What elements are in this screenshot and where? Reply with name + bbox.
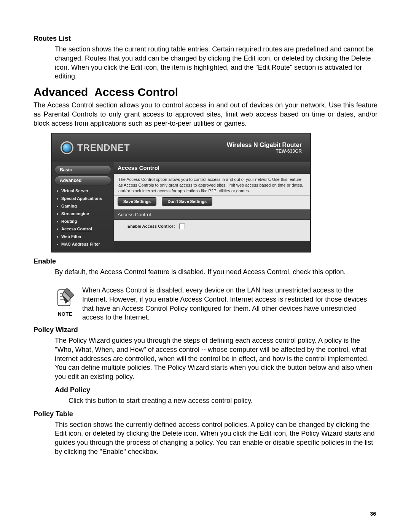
sidebar-item-label: Special Applications bbox=[61, 196, 102, 201]
product-model: TEW-633GR bbox=[227, 149, 302, 154]
enable-access-control-checkbox[interactable] bbox=[179, 224, 185, 229]
sidebar-item-streamengine[interactable]: Streamengine bbox=[56, 210, 112, 217]
enable-access-control-label: Enable Access Control : bbox=[118, 224, 175, 228]
sidebar-item-label: Web Filter bbox=[61, 234, 81, 239]
page-title: Advanced_Access Control bbox=[33, 86, 378, 99]
save-settings-button[interactable]: Save Settings bbox=[118, 197, 156, 206]
button-row: Save Settings Don't Save Settings bbox=[114, 196, 310, 209]
policy-table-body: This section shows the currently defined… bbox=[55, 420, 378, 457]
content-description: The Access Control option allows you to … bbox=[114, 174, 310, 196]
routes-list-heading: Routes List bbox=[33, 35, 378, 43]
enable-heading: Enable bbox=[33, 257, 378, 265]
policy-table-heading: Policy Table bbox=[33, 410, 378, 418]
brand-logo-icon bbox=[61, 141, 73, 154]
sidebar-item-web-filter[interactable]: Web Filter bbox=[56, 233, 112, 240]
sidebar-item-label: Access Control bbox=[61, 227, 92, 231]
router-screenshot: TRENDNET Wireless N Gigabit Router TEW-6… bbox=[52, 133, 311, 252]
panel-body: Enable Access Control : bbox=[114, 220, 310, 241]
sidebar-item-label: Streamengine bbox=[61, 211, 89, 216]
note-body: When Access Control is disabled, every d… bbox=[82, 286, 378, 322]
page-number: 36 bbox=[370, 511, 376, 517]
content-title: Access Control bbox=[114, 162, 310, 174]
routes-list-body: The section shows the current routing ta… bbox=[55, 45, 378, 81]
add-policy-body: Click this button to start creating a ne… bbox=[68, 396, 378, 406]
product-block: Wireless N Gigabit Router TEW-633GR bbox=[227, 142, 302, 154]
note-icon-column: NOTE bbox=[55, 286, 75, 322]
brand-text: TRENDNET bbox=[77, 142, 130, 153]
pencil-note-icon bbox=[56, 286, 75, 310]
nav-basic-tab[interactable]: Basic bbox=[55, 166, 111, 174]
sidebar-item-label: MAC Address Filter bbox=[61, 242, 100, 246]
router-content: Access Control The Access Control option… bbox=[114, 162, 310, 241]
nav-advanced-tab[interactable]: Advanced bbox=[55, 176, 111, 185]
add-policy-heading: Add Policy bbox=[55, 386, 378, 394]
sidebar-item-mac-address-filter[interactable]: MAC Address Filter bbox=[56, 240, 112, 248]
brand-block: TRENDNET bbox=[61, 141, 130, 154]
router-sidebar: Basic Advanced Virtual Server Special Ap… bbox=[52, 162, 114, 252]
dont-save-settings-button[interactable]: Don't Save Settings bbox=[162, 197, 212, 206]
sidebar-item-virtual-server[interactable]: Virtual Server bbox=[56, 187, 112, 195]
sidebar-item-gaming[interactable]: Gaming bbox=[56, 202, 112, 210]
sidebar-list: Virtual Server Special Applications Gami… bbox=[56, 187, 112, 248]
intro-paragraph: The Access Control section allows you to… bbox=[33, 101, 378, 128]
sidebar-item-label: Virtual Server bbox=[61, 189, 88, 193]
sidebar-item-label: Routing bbox=[61, 219, 77, 224]
sidebar-item-routing[interactable]: Routing bbox=[56, 217, 112, 225]
sidebar-item-special-applications[interactable]: Special Applications bbox=[56, 195, 112, 202]
sidebar-item-access-control[interactable]: Access Control bbox=[56, 225, 112, 233]
enable-body: By default, the Access Control feature i… bbox=[55, 268, 378, 277]
panel-heading: Access Control bbox=[114, 209, 310, 220]
sidebar-item-label: Gaming bbox=[61, 204, 77, 208]
note-block: NOTE When Access Control is disabled, ev… bbox=[55, 286, 378, 322]
product-name: Wireless N Gigabit Router bbox=[227, 142, 302, 149]
policy-wizard-heading: Policy Wizard bbox=[33, 326, 378, 334]
note-label: NOTE bbox=[58, 311, 72, 317]
policy-wizard-body: The Policy Wizard guides you through the… bbox=[55, 336, 378, 382]
router-header: TRENDNET Wireless N Gigabit Router TEW-6… bbox=[52, 134, 310, 162]
